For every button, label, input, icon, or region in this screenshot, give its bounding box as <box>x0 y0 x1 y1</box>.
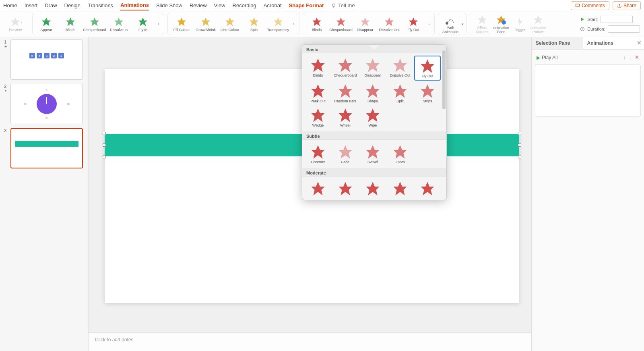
chevron-down-icon[interactable]: ▾ <box>462 22 464 26</box>
anim-indicator-icon: ✦ <box>4 89 8 93</box>
move-up-icon[interactable]: ↑ <box>623 54 626 60</box>
anim-fly-out[interactable]: Fly Out <box>402 17 425 32</box>
svg-marker-27 <box>366 58 379 72</box>
gallery-item-fly-out[interactable]: Fly Out <box>414 56 441 81</box>
path-animation-button[interactable]: PathAnimation <box>441 15 460 34</box>
anim-line-colour[interactable]: Line Colour <box>219 17 241 32</box>
play-all-button[interactable]: Play All <box>542 55 557 60</box>
tab-selection-pane[interactable]: Selection Pane <box>532 37 583 49</box>
comments-button[interactable]: Comments <box>571 1 609 10</box>
svg-marker-42 <box>311 182 324 195</box>
anim-appear[interactable]: Appear <box>35 17 58 32</box>
entrance-more[interactable]: › <box>156 14 161 34</box>
close-pane-button[interactable]: ✕ <box>634 37 644 49</box>
gallery-item-zoom[interactable]: Zoom <box>387 142 413 166</box>
gallery-item-chequerboard[interactable]: Chequerboard <box>332 56 359 81</box>
tab-slideshow[interactable]: Slide Show <box>156 1 182 10</box>
slide-thumbnails: 1✦ 54321 2✦ 0 15 30 45 3 <box>0 37 89 351</box>
slide-number: 2 <box>4 84 8 89</box>
emphasis-more[interactable]: › <box>291 14 297 34</box>
tab-design[interactable]: Design <box>64 1 80 10</box>
animation-painter-button[interactable]: AnimationPainter <box>528 15 548 34</box>
svg-marker-9 <box>201 17 210 26</box>
anim-blinds-exit[interactable]: Blinds <box>305 17 328 32</box>
exit-gallery: Blinds Chequerboard Disappear Dissolve O… <box>303 13 435 35</box>
comment-icon <box>575 3 580 8</box>
tell-me[interactable]: Tell me <box>331 2 355 8</box>
slide-thumb-2[interactable]: 0 15 30 45 <box>10 84 83 124</box>
exit-more[interactable]: › <box>426 14 432 34</box>
tab-shape-format[interactable]: Shape Format <box>289 1 324 10</box>
gallery-item-peek-out[interactable]: Peek Out <box>305 81 331 105</box>
tab-recording[interactable]: Recording <box>233 1 256 10</box>
svg-marker-11 <box>250 17 258 26</box>
gallery-item-fade[interactable]: Fade <box>332 142 359 166</box>
effect-options-button[interactable]: EffectOptions <box>474 15 490 34</box>
chevron-down-icon: ▾ <box>21 21 22 24</box>
anim-spin[interactable]: Spin <box>243 17 265 32</box>
gallery-item-split[interactable]: Split <box>387 81 413 105</box>
play-icon: ▶ <box>537 55 540 60</box>
svg-marker-38 <box>311 145 324 158</box>
anim-blinds[interactable]: Blinds <box>59 17 82 32</box>
tab-transitions[interactable]: Transitions <box>88 1 113 10</box>
gallery-section-moderate: Moderate <box>302 168 446 177</box>
tab-animations[interactable]: Animations <box>120 0 149 10</box>
anim-fill-colour[interactable]: Fill Colour <box>170 17 193 32</box>
delete-icon[interactable]: ✕ <box>635 54 639 60</box>
gallery-item-unknown[interactable] <box>387 179 413 198</box>
tab-animations-pane[interactable]: Animations <box>583 37 635 49</box>
tab-acrobat[interactable]: Acrobat <box>264 1 282 10</box>
anim-transparency[interactable]: Transparency <box>267 17 289 32</box>
gallery-item-wipe[interactable]: Wipe <box>359 106 386 129</box>
gallery-item-shape[interactable]: Shape <box>359 81 386 105</box>
anim-grow-shrink[interactable]: Grow/Shrink <box>194 17 217 32</box>
svg-marker-6 <box>114 17 123 26</box>
anim-dissolve-out[interactable]: Dissolve Out <box>378 17 400 32</box>
gallery-item-contract[interactable]: Contract <box>305 142 331 166</box>
gallery-item-random-bars[interactable]: Random Bars <box>332 81 359 105</box>
anim-fly-in[interactable]: Fly In <box>132 17 154 32</box>
svg-marker-28 <box>393 58 407 72</box>
gallery-item-unknown[interactable] <box>359 179 386 198</box>
slide-thumb-1[interactable]: 54321 <box>10 39 83 80</box>
svg-marker-16 <box>385 17 394 26</box>
share-button[interactable]: Share <box>613 1 641 10</box>
start-select[interactable] <box>601 16 633 23</box>
svg-marker-39 <box>339 145 352 158</box>
tab-view[interactable]: View <box>214 1 225 10</box>
notes-pane[interactable]: Click to add notes <box>89 332 531 351</box>
gallery-item-unknown[interactable] <box>305 179 331 198</box>
svg-marker-36 <box>339 108 352 122</box>
anim-disappear-exit[interactable]: Disappear <box>354 17 376 32</box>
svg-marker-13 <box>312 17 321 26</box>
tab-insert[interactable]: Insert <box>25 1 38 10</box>
animation-pane-button[interactable]: AnimationPane <box>491 15 511 34</box>
anim-chequerboard[interactable]: Chequerboard <box>83 17 106 32</box>
gallery-item-wedge[interactable]: Wedge <box>305 106 331 129</box>
gallery-item-disappear[interactable]: Disappear <box>359 56 386 81</box>
svg-marker-8 <box>177 17 186 26</box>
trigger-button[interactable]: Trigger <box>512 17 527 32</box>
gallery-item-unknown[interactable] <box>332 179 359 198</box>
slide-thumb-3[interactable] <box>10 128 83 168</box>
gallery-section-subtle: Subtle <box>302 131 446 140</box>
tab-home[interactable]: Home <box>3 1 17 10</box>
gallery-item-unknown[interactable] <box>414 179 441 198</box>
tab-draw[interactable]: Draw <box>45 1 57 10</box>
preview-button[interactable]: ▾ Preview <box>4 17 27 32</box>
gallery-item-wheel[interactable]: Wheel <box>332 106 359 129</box>
move-down-icon[interactable]: ↓ <box>629 54 632 60</box>
duration-input[interactable] <box>608 25 640 33</box>
gallery-item-swivel[interactable]: Swivel <box>359 142 386 166</box>
ribbon: ▾ Preview Appear Blinds Chequerboard Dis… <box>0 11 644 37</box>
anim-chequerboard-exit[interactable]: Chequerboard <box>330 17 352 32</box>
anim-dissolve-in[interactable]: Dissolve In <box>107 17 130 32</box>
gallery-item-strips[interactable]: Strips <box>414 81 441 105</box>
gallery-item-dissolve-out[interactable]: Dissolve Out <box>387 56 413 81</box>
gallery-item-blinds[interactable]: Blinds <box>305 56 331 81</box>
gallery-section-basic: Basic <box>302 45 446 53</box>
gallery-scrollbar[interactable] <box>442 50 446 197</box>
tab-review[interactable]: Review <box>190 1 207 10</box>
animation-list[interactable] <box>535 64 641 117</box>
